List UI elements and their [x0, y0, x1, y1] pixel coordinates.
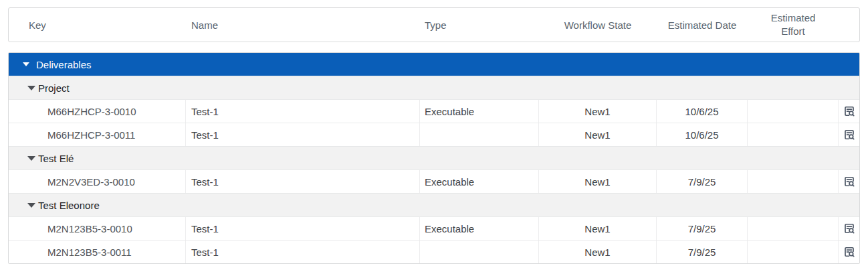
column-header-key[interactable]: Key [9, 8, 186, 42]
cell-type [420, 241, 539, 263]
group-row[interactable]: Test Eleonore [9, 193, 859, 216]
cell-name: Test-1 [186, 100, 420, 123]
row-action-cell [839, 170, 859, 193]
table-row[interactable]: M66HZHCP-3-0010 Test-1 Executable New1 1… [9, 99, 859, 123]
cell-type [420, 123, 539, 146]
group-label: Project [38, 82, 70, 94]
group-label: Test Eleonore [38, 200, 100, 211]
cell-estimated-effort [748, 241, 839, 263]
cell-estimated-date: 10/6/25 [657, 123, 748, 146]
document-search-icon[interactable] [841, 174, 857, 190]
table-header-row: Key Name Type Workflow State Estimated D… [8, 7, 860, 42]
table-row[interactable]: M66HZHCP-3-0011 Test-1 New1 10/6/25 [9, 123, 859, 146]
section-label: Deliverables [36, 59, 92, 70]
cell-estimated-date: 7/9/25 [657, 217, 748, 240]
collapse-caret-icon[interactable] [27, 203, 35, 208]
collapse-caret-icon[interactable] [23, 62, 29, 66]
document-search-icon[interactable] [841, 220, 857, 236]
column-header-name[interactable]: Name [186, 8, 420, 42]
cell-key: M2N123B5-3-0010 [9, 217, 186, 240]
cell-workflow-state: New1 [539, 217, 657, 240]
cell-workflow-state: New1 [539, 100, 657, 123]
table-body: Deliverables Project M66HZHCP-3-0010 Tes… [8, 52, 860, 264]
table-row[interactable]: M2N2V3ED-3-0010 Test-1 Executable New1 7… [9, 169, 859, 193]
section-row-deliverables[interactable]: Deliverables [9, 53, 859, 76]
column-header-actions [839, 8, 859, 42]
table-row[interactable]: M2N123B5-3-0011 Test-1 New1 7/9/25 [9, 240, 859, 263]
collapse-caret-icon[interactable] [27, 86, 35, 90]
cell-workflow-state: New1 [539, 170, 657, 193]
row-action-cell [839, 100, 859, 123]
group-row[interactable]: Test Elé [9, 146, 859, 169]
cell-name: Test-1 [186, 170, 420, 193]
row-action-cell [839, 241, 859, 263]
document-search-icon[interactable] [841, 244, 857, 260]
column-header-estimated-date[interactable]: Estimated Date [657, 8, 748, 42]
column-header-estimated-effort-label: Estimated Effort [766, 11, 820, 39]
cell-name: Test-1 [186, 217, 420, 240]
group-row[interactable]: Project [9, 76, 859, 99]
cell-name: Test-1 [186, 123, 420, 146]
cell-name: Test-1 [186, 241, 420, 263]
cell-workflow-state: New1 [539, 123, 657, 146]
column-header-name-label: Name [191, 19, 218, 31]
cell-estimated-effort [748, 123, 839, 146]
cell-estimated-effort [748, 100, 839, 123]
group-label: Test Elé [38, 153, 74, 164]
cell-estimated-date: 7/9/25 [657, 170, 748, 193]
document-search-icon[interactable] [841, 103, 857, 119]
table-row[interactable]: M2N123B5-3-0010 Test-1 Executable New1 7… [9, 216, 859, 240]
column-header-workflow-state[interactable]: Workflow State [539, 8, 657, 42]
deliverables-table-page: Key Name Type Workflow State Estimated D… [0, 0, 868, 271]
cell-key: M66HZHCP-3-0010 [9, 100, 186, 123]
cell-type: Executable [420, 217, 539, 240]
cell-estimated-effort [748, 170, 839, 193]
row-action-cell [839, 123, 859, 146]
column-header-workflow-state-label: Workflow State [564, 19, 632, 31]
cell-key: M2N123B5-3-0011 [9, 241, 186, 263]
column-header-estimated-effort[interactable]: Estimated Effort [748, 8, 839, 42]
cell-estimated-date: 7/9/25 [657, 241, 748, 263]
cell-workflow-state: New1 [539, 241, 657, 263]
column-header-type-label: Type [425, 19, 447, 31]
row-action-cell [839, 217, 859, 240]
column-header-type[interactable]: Type [420, 8, 539, 42]
document-search-icon[interactable] [841, 127, 857, 143]
cell-type: Executable [420, 100, 539, 123]
cell-type: Executable [420, 170, 539, 193]
cell-key: M2N2V3ED-3-0010 [9, 170, 186, 193]
column-header-key-label: Key [29, 19, 46, 31]
cell-estimated-date: 10/6/25 [657, 100, 748, 123]
column-header-estimated-date-label: Estimated Date [668, 19, 737, 31]
cell-key: M66HZHCP-3-0011 [9, 123, 186, 146]
collapse-caret-icon[interactable] [27, 156, 35, 161]
cell-estimated-effort [748, 217, 839, 240]
